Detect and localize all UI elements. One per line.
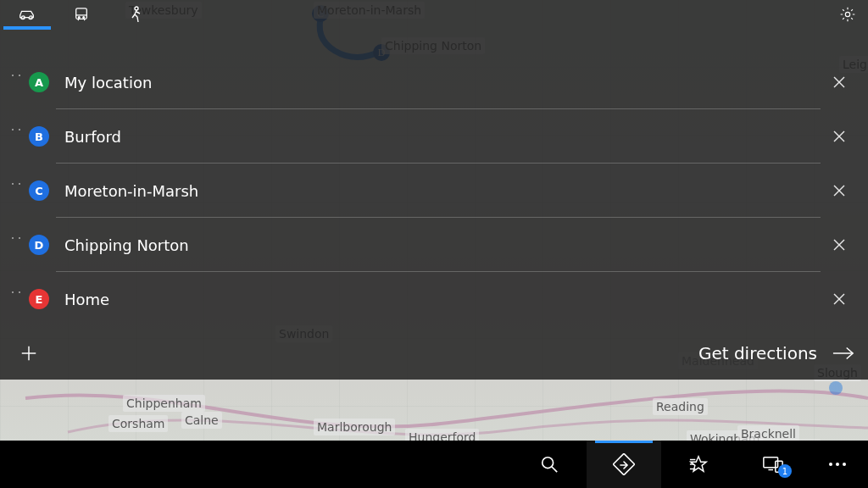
remove-waypoint-button[interactable] <box>822 282 856 316</box>
waypoint-label: Home <box>64 291 822 308</box>
remove-waypoint-button[interactable] <box>822 65 856 99</box>
nav-more-button[interactable] <box>810 441 865 488</box>
map-town-label: Corsham <box>108 415 168 432</box>
drag-handle-icon[interactable] <box>12 75 20 90</box>
map-town-label: Calne <box>181 412 222 429</box>
svg-rect-30 <box>613 453 634 474</box>
mode-transit-button[interactable] <box>54 0 108 28</box>
svg-rect-7 <box>76 8 87 19</box>
directions-icon <box>613 453 635 475</box>
bottom-app-bar: 1 <box>0 441 868 488</box>
svg-line-29 <box>552 467 557 472</box>
svg-point-9 <box>78 16 80 18</box>
waypoint-label: Moreton-in-Marsh <box>64 182 822 200</box>
waypoint-marker: A <box>29 72 49 92</box>
bus-icon <box>74 7 89 22</box>
nav-local-button[interactable]: 1 <box>736 441 810 488</box>
waypoint-row[interactable]: E Home <box>0 272 868 326</box>
waypoint-marker: C <box>29 180 49 201</box>
map-town-label: Chippenham <box>123 395 205 412</box>
waypoint-label: My location <box>64 74 822 92</box>
waypoint-marker: E <box>29 289 49 309</box>
svg-point-37 <box>829 463 832 466</box>
waypoint-label: Chipping Norton <box>64 236 822 254</box>
add-destination-button[interactable] <box>14 338 44 369</box>
arrow-right-icon <box>832 346 854 361</box>
svg-point-6 <box>30 15 33 19</box>
favorites-icon <box>688 455 709 474</box>
svg-point-28 <box>542 458 554 469</box>
drag-handle-icon[interactable] <box>12 237 20 252</box>
plus-icon <box>19 344 38 363</box>
svg-point-4 <box>829 381 843 395</box>
close-icon <box>832 184 846 197</box>
map-town-label: Marlborough <box>314 419 395 435</box>
close-icon <box>832 130 846 143</box>
svg-point-10 <box>83 16 85 18</box>
svg-point-39 <box>843 463 846 466</box>
waypoint-marker: D <box>29 235 49 255</box>
drag-handle-icon[interactable] <box>12 129 20 144</box>
remove-waypoint-button[interactable] <box>822 119 856 153</box>
car-icon <box>18 8 36 21</box>
map-town-label: Reading <box>653 398 708 415</box>
waypoint-marker: B <box>29 126 49 147</box>
ellipsis-icon <box>828 462 847 467</box>
nav-local-badge: 1 <box>778 464 792 478</box>
close-icon <box>832 238 846 252</box>
directions-actions: Get directions <box>0 326 868 380</box>
close-icon <box>832 75 846 89</box>
close-icon <box>832 292 846 306</box>
travel-mode-toolbar <box>0 0 868 28</box>
svg-point-38 <box>836 463 839 466</box>
waypoint-label: Burford <box>64 128 822 146</box>
nav-search-button[interactable] <box>512 441 587 488</box>
svg-point-14 <box>845 12 849 16</box>
waypoint-row[interactable]: A My location <box>0 55 868 109</box>
get-directions-label: Get directions <box>698 343 817 363</box>
route-options-button[interactable] <box>827 6 868 23</box>
svg-point-5 <box>22 15 25 19</box>
mode-walking-button[interactable] <box>108 0 163 28</box>
search-icon <box>540 455 559 474</box>
waypoints-list: A My location B Burford <box>0 28 868 326</box>
get-directions-button[interactable]: Get directions <box>698 343 854 363</box>
waypoint-row[interactable]: C Moreton-in-Marsh <box>0 164 868 218</box>
gear-icon <box>839 6 856 23</box>
nav-favorites-button[interactable] <box>661 441 736 488</box>
remove-waypoint-button[interactable] <box>822 174 856 208</box>
remove-waypoint-button[interactable] <box>822 228 856 262</box>
drag-handle-icon[interactable] <box>12 183 20 198</box>
waypoint-row[interactable]: D Chipping Norton <box>0 218 868 272</box>
walk-icon <box>129 6 142 23</box>
nav-directions-button[interactable] <box>587 441 661 488</box>
drag-handle-icon[interactable] <box>12 291 20 307</box>
svg-point-13 <box>135 7 138 10</box>
waypoint-row[interactable]: B Burford <box>0 109 868 164</box>
mode-driving-button[interactable] <box>0 0 54 28</box>
